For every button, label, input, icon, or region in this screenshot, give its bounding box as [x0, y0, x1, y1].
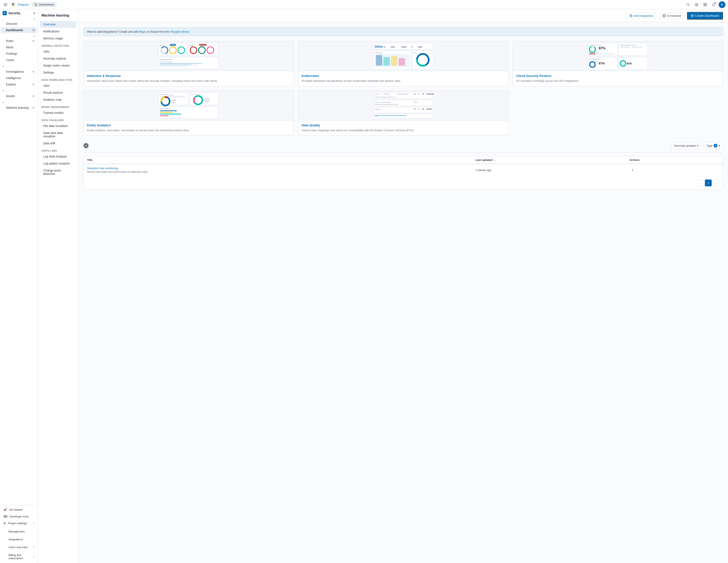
svg-text:Failed Findings: Failed Findings: [589, 52, 598, 53]
sidebar-item-machine-learning[interactable]: Machine learning ⊞: [1, 105, 37, 111]
elastic-logo[interactable]: [10, 2, 16, 8]
sidebar-integrations[interactable]: Integrations: [1, 537, 37, 542]
svg-text:Checking: ai-0000 8.3.2.0 2022: Checking: ai-0000 8.3.2.0 2022-12-11: [375, 96, 396, 97]
svg-text:91%: 91%: [627, 62, 632, 65]
add-integrations-button[interactable]: Add integrations: [626, 13, 657, 19]
svg-text:5,341: 5,341: [390, 46, 395, 48]
breadcrumb-sep: /: [30, 3, 31, 6]
globe-icon-btn[interactable]: [693, 1, 700, 8]
explore-icon: ⊞: [32, 83, 35, 86]
svg-point-6: [12, 5, 14, 6]
sidebar-item-alerts[interactable]: Alerts: [1, 44, 37, 50]
create-dashboard-button[interactable]: Create Dashboard: [687, 12, 723, 19]
svg-rect-58: [391, 56, 397, 66]
submenu-result-explorer[interactable]: Result explorer: [40, 89, 76, 96]
th-last-updated[interactable]: Last updated ↓: [472, 156, 626, 164]
sidebar-get-started[interactable]: 🚀 Get started: [1, 506, 37, 513]
submenu-trained-models[interactable]: Trained models: [40, 109, 76, 116]
sidebar-investigations-header[interactable]: ∧: [0, 63, 38, 68]
card-desc-data-quality: Check index mappings and values for comp…: [302, 128, 505, 132]
svg-text:Incompatible Fields: Incompatible Fields: [397, 93, 408, 94]
sidebar-item-rules[interactable]: Rules ⊞: [1, 38, 37, 44]
sidebar-item-cases[interactable]: Cases: [1, 57, 37, 63]
svg-rect-105: [160, 112, 173, 113]
notifications-icon-btn[interactable]: [710, 1, 717, 8]
submenu-dataview-viz[interactable]: Data view data visualizer: [40, 129, 76, 140]
card-title-kubernetes: Kubernetes: [302, 74, 505, 78]
investigations-icon: ⊞: [32, 70, 35, 73]
sidebar-item-assets[interactable]: Assets ⊞: [1, 93, 37, 99]
sidebar: S Security ∧ ∧ Discover Dashboards ⊞ ∧ R…: [0, 9, 38, 563]
sidebar-item-intelligence[interactable]: Intelligence: [1, 75, 37, 81]
submenu-anomaly-explorer[interactable]: Anomaly explorer: [40, 55, 76, 62]
sidebar-billing[interactable]: Billing and subscription ↗: [1, 552, 37, 561]
table-cell-title: Detection rule monitoring Monitor the he…: [84, 164, 472, 176]
next-page-button[interactable]: ›: [713, 179, 719, 186]
card-cloud-security[interactable]: Cloud Posture Score 87% Failed Findings …: [513, 41, 723, 86]
ai-icon: [663, 14, 665, 17]
submenu-overview[interactable]: Overview: [40, 21, 76, 28]
submenu-single-metric[interactable]: Single metric viewer: [40, 62, 76, 69]
card-entity-analytics[interactable]: Host Risk Score 4 523 Critical High User…: [83, 90, 294, 136]
card-body-kubernetes: Kubernetes Provides interactive visualiz…: [298, 71, 508, 86]
investigations-chevron: ∧: [3, 65, 4, 68]
submenu-log-pattern[interactable]: Log pattern analysis: [40, 160, 76, 167]
card-detection-response[interactable]: Alerts Cases: [83, 41, 294, 86]
sidebar-item-explore[interactable]: Explore ⊞: [1, 81, 37, 87]
submenu-notifications[interactable]: Notifications: [40, 28, 76, 35]
submenu-file-data-viz[interactable]: File data visualizer: [40, 122, 76, 129]
card-data-quality[interactable]: Cancel Take action Incompatible Fields 1…: [298, 90, 508, 136]
sidebar-users-roles[interactable]: Users and roles ↗: [1, 544, 37, 550]
submenu-log-rate[interactable]: Log Rate Analysis: [40, 153, 76, 160]
card-kubernetes[interactable]: Inventory 5 5,341 12,003 5 1.9M Node ana…: [298, 41, 508, 86]
submenu-change-point[interactable]: Change point detection: [40, 167, 76, 177]
submenu-data-drift[interactable]: Data drift: [40, 140, 76, 147]
svg-rect-106: [160, 113, 181, 115]
submenu-memory-usage[interactable]: Memory usage: [40, 35, 76, 42]
top-nav: Projects / 🏠 Dashboards E: [0, 0, 728, 9]
row-actions-button[interactable]: ℹ: [629, 167, 635, 173]
sidebar-item-investigations[interactable]: Investigations ⊞: [1, 69, 37, 75]
filter-tags-button[interactable]: Tags 1 ▾: [704, 142, 723, 149]
maps-link[interactable]: Maps: [139, 30, 146, 33]
submenu-anomaly-settings[interactable]: Settings: [40, 69, 76, 76]
project-settings-header[interactable]: ⚙ Project settings ∧: [1, 520, 37, 527]
dashboard-link[interactable]: Detection rule monitoring: [87, 167, 118, 170]
filter-clear-button[interactable]: ✕: [83, 143, 89, 148]
submenu-df-jobs[interactable]: Jobs: [40, 82, 76, 89]
sidebar-item-findings[interactable]: Findings: [1, 51, 37, 57]
filter-sort-button[interactable]: Recently updated ▾: [671, 143, 701, 149]
svg-text:17: 17: [422, 93, 424, 95]
security-chevron: ∧: [33, 11, 35, 15]
submenu-analytics-map[interactable]: Analytics map: [40, 96, 76, 103]
svg-rect-41: [160, 64, 192, 64]
page-1-button[interactable]: 1: [705, 179, 712, 186]
sidebar-security-header[interactable]: S Security ∧: [0, 9, 38, 17]
breadcrumb-dashboards-tab[interactable]: 🏠 Dashboards: [32, 2, 56, 7]
sidebar-management[interactable]: Management: [1, 529, 37, 534]
svg-rect-12: [704, 3, 705, 4]
sidebar-ml-header[interactable]: ∧: [0, 99, 38, 104]
svg-rect-56: [376, 55, 382, 66]
apps-icon-btn[interactable]: [702, 1, 709, 8]
submenu-anomaly-jobs[interactable]: Jobs: [40, 48, 76, 55]
prev-page-button[interactable]: ‹: [697, 179, 704, 186]
search-button[interactable]: [685, 1, 692, 8]
card-preview-entity-analytics: Host Risk Score 4 523 Critical High User…: [84, 91, 294, 120]
sidebar-item-dashboards[interactable]: Dashboards ⊞: [1, 27, 37, 33]
svg-text:1,404,514: 1,404,514: [426, 93, 434, 95]
submenu-section-aiops: AIOps Labs: [38, 147, 78, 153]
breadcrumb-projects[interactable]: Projects: [18, 3, 29, 6]
visualize-library-link[interactable]: Visualize library: [170, 30, 189, 33]
sidebar-assets-header[interactable]: ∧: [0, 87, 38, 93]
sidebar-developer-tools[interactable]: ⌨ Developer tools: [1, 513, 37, 520]
table-cell-actions: ℹ: [626, 164, 723, 176]
ai-assistant-button[interactable]: AI Assistant: [659, 13, 684, 19]
svg-text:VS Kubernetes #1: VS Kubernetes #1: [589, 58, 600, 60]
hamburger-menu[interactable]: [3, 2, 8, 8]
svg-line-8: [689, 5, 690, 6]
user-avatar[interactable]: E: [719, 1, 725, 8]
svg-rect-72: [589, 53, 596, 54]
sidebar-item-discover[interactable]: Discover: [1, 21, 37, 27]
svg-rect-128: [373, 114, 433, 118]
